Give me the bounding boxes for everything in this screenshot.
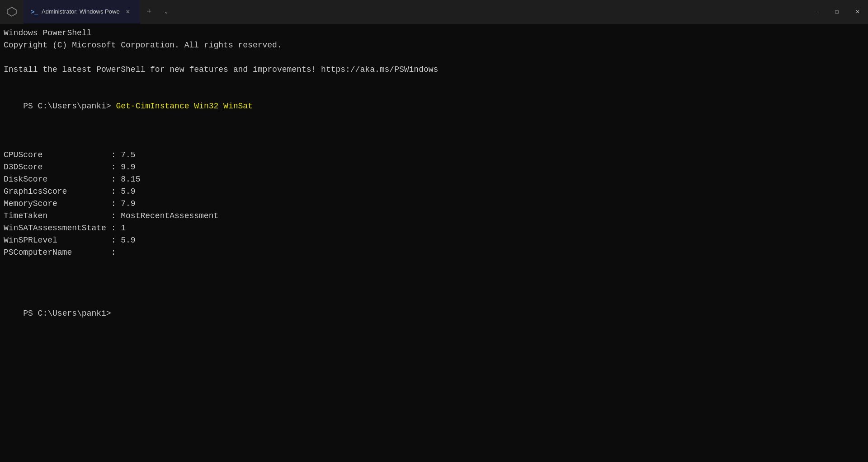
powershell-tab-icon: >_	[31, 8, 38, 15]
title-bar: >_ Administrator: Windows Powe ✕ + ⌄ — ☐…	[0, 0, 868, 23]
terminal-line-powershell-header: Windows PowerShell	[4, 27, 864, 39]
window-controls: — ☐ ✕	[806, 0, 868, 23]
result-row: CPUScore : 7.5	[4, 149, 864, 161]
active-tab[interactable]: >_ Administrator: Windows Powe ✕	[24, 0, 140, 23]
result-row: WinSPRLevel : 5.9	[4, 234, 864, 247]
tab-close-button[interactable]: ✕	[123, 7, 132, 16]
tab-title: Administrator: Windows Powe	[42, 8, 120, 15]
terminal-line-command1: PS C:\Users\panki> Get-CimInstance Win32…	[4, 88, 864, 125]
result-row: D3DScore : 9.9	[4, 161, 864, 173]
terminal-blank-6	[4, 271, 864, 283]
svg-marker-0	[7, 7, 16, 16]
terminal-content[interactable]: Windows PowerShell Copyright (C) Microso…	[0, 23, 868, 462]
terminal-line-copyright: Copyright (C) Microsoft Corporation. All…	[4, 39, 864, 51]
result-row: WinSATAssessmentState : 1	[4, 222, 864, 234]
result-row: DiskScore : 8.15	[4, 173, 864, 186]
close-button[interactable]: ✕	[847, 0, 868, 23]
terminal-blank-4	[4, 137, 864, 149]
results-container: CPUScore : 7.5D3DScore : 9.9DiskScore : …	[4, 149, 864, 259]
terminal-blank-2	[4, 76, 864, 88]
command-1: Get-CimInstance Win32_WinSat	[116, 102, 252, 111]
title-bar-left: >_ Administrator: Windows Powe ✕ + ⌄	[0, 0, 806, 23]
maximize-button[interactable]: ☐	[826, 0, 847, 23]
result-row: PSComputerName :	[4, 247, 864, 259]
new-tab-button[interactable]: +	[140, 0, 158, 23]
terminal-blank-5	[4, 259, 864, 271]
result-row: TimeTaken : MostRecentAssessment	[4, 210, 864, 222]
result-row: GraphicsScore : 5.9	[4, 186, 864, 198]
prompt-1: PS C:\Users\panki>	[23, 102, 116, 111]
app-icon	[0, 0, 24, 23]
terminal-blank-3	[4, 125, 864, 137]
terminal-blank-7	[4, 283, 864, 295]
terminal-line-prompt2: PS C:\Users\panki>	[4, 295, 864, 332]
result-row: MemoryScore : 7.9	[4, 198, 864, 210]
minimize-button[interactable]: —	[806, 0, 826, 23]
tab-dropdown-button[interactable]: ⌄	[158, 0, 175, 23]
terminal-blank-1	[4, 51, 864, 64]
prompt-2: PS C:\Users\panki>	[23, 309, 116, 318]
terminal-line-install-msg: Install the latest PowerShell for new fe…	[4, 64, 864, 76]
